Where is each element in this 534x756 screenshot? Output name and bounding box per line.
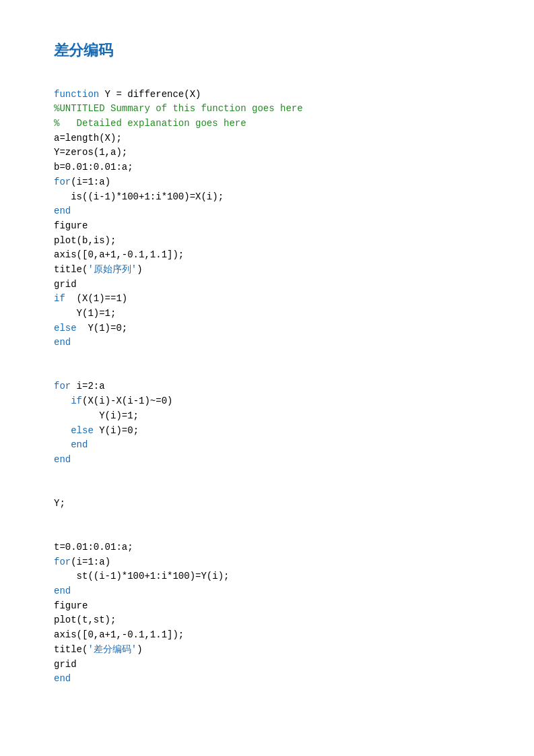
line-end5: end bbox=[54, 586, 71, 596]
line-end1: end bbox=[54, 206, 71, 216]
line-t: t=0.01:0.01:a; bbox=[54, 542, 133, 553]
line-figure1: figure bbox=[54, 220, 88, 231]
line-yi1: Y(i)=1; bbox=[54, 410, 139, 421]
line-for3: for(i=1:a) bbox=[54, 557, 110, 567]
line-blank1 bbox=[54, 350, 480, 365]
line-blank2 bbox=[54, 468, 480, 482]
line-function: function Y = difference(X) bbox=[54, 89, 201, 100]
line-if2: if(X(i)-X(i-1)~=0) bbox=[54, 396, 172, 406]
code-block: function Y = difference(X) %UNTITLED Sum… bbox=[54, 73, 480, 687]
line-grid2: grid bbox=[54, 659, 77, 670]
page-title: 差分编码 bbox=[54, 40, 480, 61]
line-alength: a=length(X); bbox=[54, 133, 122, 144]
line-b: b=0.01:0.01:a; bbox=[54, 162, 133, 172]
line-for2: for i=2:a bbox=[54, 381, 105, 391]
line-title2: title('差分编码') bbox=[54, 644, 143, 655]
line-comment2: % Detailed explanation goes here bbox=[54, 118, 246, 129]
line-st: st((i-1)*100+1:i*100)=Y(i); bbox=[54, 571, 229, 581]
line-y-semicolon: Y; bbox=[54, 498, 65, 509]
line-plot2: plot(t,st); bbox=[54, 615, 116, 625]
line-if1: if (X(1)==1) bbox=[54, 293, 127, 304]
line-is: is((i-1)*100+1:i*100)=X(i); bbox=[54, 191, 224, 202]
line-for1: for(i=1:a) bbox=[54, 177, 110, 187]
line-grid1: grid bbox=[54, 279, 77, 290]
line-yzeros: Y=zeros(1,a); bbox=[54, 147, 127, 158]
line-end-final: end bbox=[54, 673, 71, 684]
line-comment1: %UNTITLED Summary of this function goes … bbox=[54, 103, 303, 114]
line-end4: end bbox=[54, 454, 71, 465]
line-plot1: plot(b,is); bbox=[54, 235, 116, 246]
line-blank3 bbox=[54, 511, 480, 526]
line-y1eq1: Y(1)=1; bbox=[54, 308, 116, 319]
line-else2: else Y(i)=0; bbox=[54, 425, 139, 436]
line-end3: end bbox=[54, 439, 88, 450]
line-axis2: axis([0,a+1,-0.1,1.1]); bbox=[54, 629, 184, 640]
line-axis1: axis([0,a+1,-0.1,1.1]); bbox=[54, 249, 184, 260]
line-figure2: figure bbox=[54, 600, 88, 611]
line-end2: end bbox=[54, 337, 71, 348]
line-title1: title('原始序列') bbox=[54, 264, 143, 275]
line-else1: else Y(1)=0; bbox=[54, 323, 127, 334]
